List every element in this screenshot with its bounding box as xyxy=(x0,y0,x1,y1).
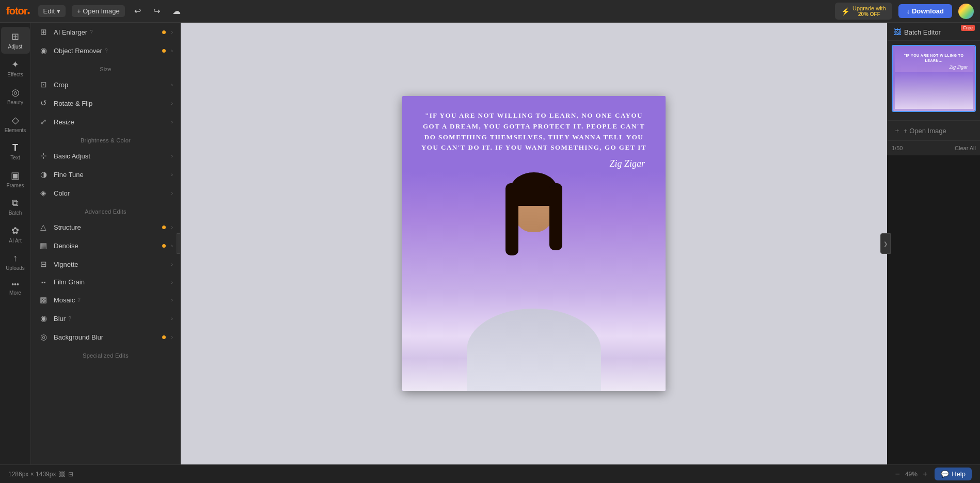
redo-button[interactable]: ↪ xyxy=(150,4,163,18)
author-text: Zig Zigar xyxy=(402,158,666,172)
blur-icon: ◉ xyxy=(38,314,49,323)
format-icon: 🖼 xyxy=(59,471,65,478)
avatar[interactable] xyxy=(958,4,974,19)
batch-editor-title: Batch Editor xyxy=(904,28,941,36)
structure-icon: △ xyxy=(38,222,49,232)
structure-active-dot xyxy=(162,226,166,229)
tool-structure[interactable]: △ Structure › xyxy=(31,218,180,236)
zoom-out-button[interactable]: − xyxy=(893,469,902,480)
sidebar-item-frames[interactable]: ▣ Frames xyxy=(1,166,30,192)
effects-icon: ✦ xyxy=(11,59,19,70)
clear-all-label: Clear All xyxy=(955,145,976,151)
dimensions-display: 1286px × 1439px 🖼 ⊟ xyxy=(8,471,73,478)
ai-enlarger-active-dot xyxy=(162,30,166,34)
zoom-controls: − 49% + xyxy=(893,469,930,480)
tools-panel: ⊞ AI Enlarger ? › ◉ Object Remover ? › S… xyxy=(31,23,181,464)
size-section-label: Size xyxy=(31,60,180,75)
edit-button[interactable]: Edit ▾ xyxy=(38,5,66,17)
batch-editor-icon: 🖼 xyxy=(894,28,901,36)
canvas-image: "IF YOU ARE NOT WILLING TO LEARN, NO ONE… xyxy=(402,96,666,391)
undo-button[interactable]: ↩ xyxy=(131,4,144,18)
tool-vignette[interactable]: ⊟ Vignette › xyxy=(31,255,180,273)
tool-basic-adjust[interactable]: ⊹ Basic Adjust › xyxy=(31,147,180,165)
denoise-active-dot xyxy=(162,244,166,248)
status-bar: 1286px × 1439px 🖼 ⊟ − 49% + 💬 Help xyxy=(0,464,980,483)
tool-ai-enlarger[interactable]: ⊞ AI Enlarger ? › xyxy=(31,23,180,41)
tool-blur[interactable]: ◉ Blur ? › xyxy=(31,309,180,328)
elements-icon: ◇ xyxy=(12,115,19,126)
ai-enlarger-icon: ⊞ xyxy=(38,27,49,37)
brightness-color-section-label: Brightness & Color xyxy=(31,131,180,147)
beauty-icon: ◎ xyxy=(11,87,20,98)
background-blur-active-dot xyxy=(162,335,166,339)
frames-icon: ▣ xyxy=(11,170,20,181)
ai-art-icon: ✿ xyxy=(11,225,19,236)
free-badge: Free xyxy=(961,25,975,31)
page-indicator: 1/50 xyxy=(892,145,903,151)
open-image-button-right[interactable]: ＋ + Open Image xyxy=(888,120,980,140)
batch-editor-header: 🖼 Batch Editor Free xyxy=(888,23,980,41)
upgrade-button[interactable]: ⚡ Upgrade with 20% OFF xyxy=(835,3,892,20)
background-blur-icon: ◎ xyxy=(38,332,49,342)
tool-object-remover[interactable]: ◉ Object Remover ? › xyxy=(31,41,180,60)
person-image xyxy=(402,172,666,391)
blur-help-icon[interactable]: ? xyxy=(68,316,71,321)
sidebar-item-adjust[interactable]: ⊞ Adjust xyxy=(1,27,30,54)
open-image-button[interactable]: + Open Image xyxy=(72,5,125,17)
color-icon: ◈ xyxy=(38,188,49,198)
dimensions-text: 1286px × 1439px xyxy=(8,471,56,478)
sidebar-item-beauty[interactable]: ◎ Beauty xyxy=(1,83,30,109)
resize-icon: ⤢ xyxy=(38,117,49,126)
thumbnail-container: "IF YOU ARE NOT WILLING TO LEARN... Zig … xyxy=(888,41,980,120)
tool-background-blur[interactable]: ◎ Background Blur › xyxy=(31,328,180,346)
tool-color[interactable]: ◈ Color › xyxy=(31,184,180,202)
tool-resize[interactable]: ⤢ Resize › xyxy=(31,112,180,131)
tool-film-grain[interactable]: ▪▪ Film Grain › xyxy=(31,273,180,291)
tool-rotate-flip[interactable]: ↺ Rotate & Flip › xyxy=(31,94,180,112)
mosaic-help-icon[interactable]: ? xyxy=(77,297,81,303)
sidebar-item-text[interactable]: T Text xyxy=(1,138,30,165)
object-remover-help-icon[interactable]: ? xyxy=(105,48,108,54)
text-icon: T xyxy=(12,142,18,153)
basic-adjust-icon: ⊹ xyxy=(38,151,49,160)
right-panel-wrapper: ❯ 🖼 Batch Editor Free "IF YOU ARE NOT WI… xyxy=(887,23,980,464)
vignette-icon: ⊟ xyxy=(38,260,49,269)
object-remover-active-dot xyxy=(162,49,166,53)
crop-icon: ⊡ xyxy=(38,80,49,89)
ai-enlarger-help-icon[interactable]: ? xyxy=(90,29,93,35)
adjust-icon: ⊞ xyxy=(11,31,19,42)
tools-panel-collapse-button[interactable]: ‹ xyxy=(177,233,181,254)
main-area: ⊞ Adjust ✦ Effects ◎ Beauty ◇ Elements T… xyxy=(0,23,980,464)
tool-mosaic[interactable]: ▩ Mosaic ? › xyxy=(31,291,180,309)
advanced-edits-section-label: Advanced Edits xyxy=(31,202,180,218)
download-button[interactable]: ↓ Download xyxy=(898,4,952,18)
fotor-logo: fotor● xyxy=(6,5,30,17)
object-remover-icon: ◉ xyxy=(38,46,49,55)
right-panel-collapse-button[interactable]: ❯ xyxy=(880,233,891,254)
sidebar-item-elements[interactable]: ◇ Elements xyxy=(1,110,30,137)
topbar: fotor● Edit ▾ + Open Image ↩ ↪ ☁ ⚡ Upgra… xyxy=(0,0,980,23)
help-icon: 💬 xyxy=(941,470,949,478)
clear-all-button[interactable]: Clear All xyxy=(955,145,976,151)
sidebar-item-more[interactable]: ••• More xyxy=(1,276,30,300)
sidebar-item-ai-art[interactable]: ✿ AI Art xyxy=(1,221,30,248)
sidebar-item-batch[interactable]: ⧉ Batch xyxy=(1,194,30,220)
film-grain-icon: ▪▪ xyxy=(38,279,49,286)
cloud-save-button[interactable]: ☁ xyxy=(169,4,184,18)
specialized-edits-section-label: Specialized Edits xyxy=(31,346,180,362)
canvas-area: "IF YOU ARE NOT WILLING TO LEARN, NO ONE… xyxy=(181,23,887,464)
plus-icon: ＋ xyxy=(894,126,900,135)
tool-denoise[interactable]: ▦ Denoise › xyxy=(31,236,180,255)
zoom-level: 49% xyxy=(905,471,918,478)
mosaic-icon: ▩ xyxy=(38,295,49,304)
zoom-in-button[interactable]: + xyxy=(921,469,929,480)
help-button[interactable]: 💬 Help xyxy=(935,468,972,480)
thumbnail-item[interactable]: "IF YOU ARE NOT WILLING TO LEARN... Zig … xyxy=(892,45,976,112)
denoise-icon: ▦ xyxy=(38,241,49,250)
sidebar-item-effects[interactable]: ✦ Effects xyxy=(1,55,30,82)
fine-tune-icon: ◑ xyxy=(38,170,49,179)
sidebar-item-uploads[interactable]: ↑ Uploads xyxy=(1,249,30,275)
uploads-icon: ↑ xyxy=(13,253,18,264)
tool-crop[interactable]: ⊡ Crop › xyxy=(31,75,180,94)
tool-fine-tune[interactable]: ◑ Fine Tune › xyxy=(31,165,180,184)
